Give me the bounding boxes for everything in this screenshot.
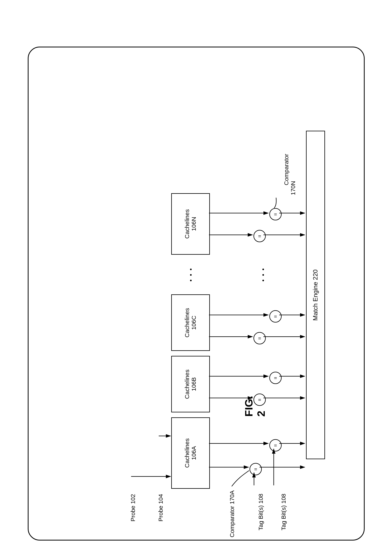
label-probe102: Probe 102 <box>130 494 136 521</box>
comparator-n1: = <box>254 230 266 242</box>
comparator-b2: = <box>269 372 282 384</box>
label-probe104: Probe 104 <box>157 494 164 521</box>
comparator-c1: = <box>254 332 266 344</box>
comparator-a1: = <box>249 463 262 475</box>
label-tagbits-a: Tag Bit(s) 108 <box>257 494 264 530</box>
label-comparator170a: Comparator 170A <box>229 490 235 537</box>
cachelines-106a-label: Cachelines 106A <box>184 438 197 468</box>
label-tagbits-b: Tag Bit(s) 108 <box>280 494 287 530</box>
cachelines-106n-label: Cachelines 106N <box>184 209 197 239</box>
cachelines-106c-label: Cachelines 106C <box>184 308 197 337</box>
label-comparator170n: Comparator 170N <box>276 154 303 195</box>
cachelines-106b-label: Cachelines 106B <box>184 369 197 399</box>
cachelines-106a: Cachelines 106A <box>171 417 210 489</box>
comparator-a2: = <box>269 439 282 451</box>
ellipsis-comparators <box>262 269 264 281</box>
cachelines-106c: Cachelines 106C <box>171 294 210 351</box>
page-root: Cache Update Module 110 Cachelines 106A … <box>0 0 392 556</box>
match-engine-label: Match Engine 220 <box>312 269 319 321</box>
outer-frame: Cachelines 106A Cachelines 106B Cachelin… <box>28 46 365 541</box>
figure-caption: FIG. 2 <box>242 395 392 417</box>
ellipsis-boxes <box>190 269 192 281</box>
cachelines-106n: Cachelines 106N <box>171 193 210 255</box>
cachelines-106b: Cachelines 106B <box>171 356 210 412</box>
comparator-c2: = <box>269 310 282 323</box>
comparator-n2: = <box>269 208 282 220</box>
